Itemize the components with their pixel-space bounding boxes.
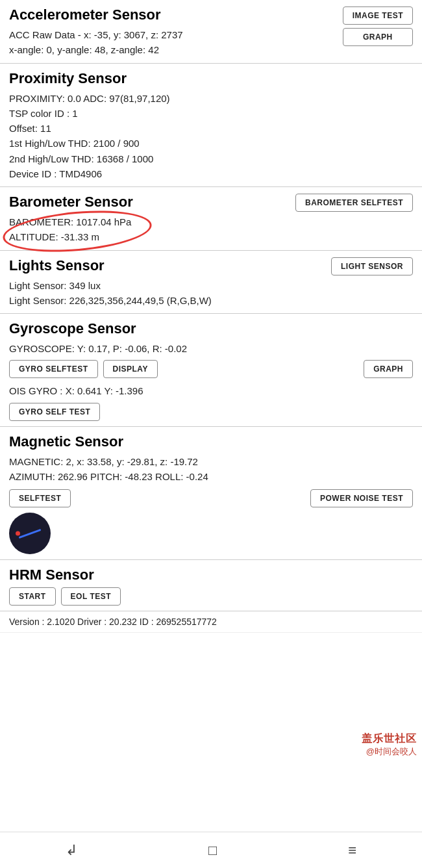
hrm-title: HRM Sensor	[9, 567, 413, 583]
gyroscope-section: Gyroscope Sensor GYROSCOPE: Y: 0.17, P: …	[0, 314, 422, 427]
accelerometer-data-line1: ACC Raw Data - x: -35, y: 3067, z: 2737	[9, 27, 183, 42]
accelerometer-buttons: IMAGE TEST GRAPH	[343, 6, 413, 46]
lights-section: Lights Sensor Light Sensor: 349 lux Ligh…	[0, 251, 422, 314]
accelerometer-title: Accelerometer Sensor	[9, 6, 183, 23]
accelerometer-section: Accelerometer Sensor ACC Raw Data - x: -…	[0, 0, 422, 64]
proximity-line6: Device ID : TMD4906	[9, 166, 413, 181]
magnetic-title: Magnetic Sensor	[9, 433, 413, 450]
version-text: Version : 2.1020 Driver : 20.232 ID : 26…	[9, 617, 217, 627]
gyro-selftest-button[interactable]: GYRO SELFTEST	[9, 360, 98, 378]
recent-apps-icon[interactable]: ≡	[348, 842, 356, 859]
magnetic-line1: MAGNETIC: 2, x: 33.58, y: -29.81, z: -19…	[9, 454, 413, 469]
compass-dot	[16, 531, 20, 536]
barometer-section: Barometer Sensor BAROMETER: 1017.04 hPa …	[0, 187, 422, 251]
accelerometer-graph-button[interactable]: GRAPH	[343, 28, 413, 46]
gyroscope-line1: GYROSCOPE: Y: 0.17, P: -0.06, R: -0.02	[9, 341, 187, 356]
lights-title: Lights Sensor	[9, 257, 212, 274]
barometer-line2: ALTITUDE: -31.33 m	[9, 229, 133, 244]
proximity-title: Proximity Sensor	[9, 70, 413, 87]
compass-needle	[19, 528, 42, 538]
hrm-section: HRM Sensor START EOL TEST	[0, 560, 422, 611]
home-icon[interactable]: □	[208, 842, 217, 859]
gyroscope-buttons-row2: GYRO SELF TEST	[9, 403, 413, 421]
version-bar: Version : 2.1020 Driver : 20.232 ID : 26…	[0, 611, 422, 633]
hrm-eol-button[interactable]: EOL TEST	[61, 587, 121, 606]
power-noise-test-button[interactable]: POWER NOISE TEST	[310, 489, 413, 507]
magnetic-section: Magnetic Sensor MAGNETIC: 2, x: 33.58, y…	[0, 427, 422, 561]
barometer-buttons: BAROMETER SELFTEST	[295, 194, 413, 212]
proximity-line2: TSP color ID : 1	[9, 106, 413, 121]
gyro-self-test-button[interactable]: GYRO SELF TEST	[9, 403, 100, 421]
barometer-selftest-button[interactable]: BAROMETER SELFTEST	[295, 194, 413, 212]
watermark-line2: @时间会咬人	[362, 746, 417, 758]
image-test-button[interactable]: IMAGE TEST	[343, 6, 413, 25]
proximity-line3: Offset: 11	[9, 121, 413, 136]
hrm-start-button[interactable]: START	[9, 587, 56, 606]
lights-buttons: LIGHT SENSOR	[331, 257, 413, 275]
magnetic-selftest-button[interactable]: SELFTEST	[9, 489, 71, 507]
accelerometer-data-line2: x-angle: 0, y-angle: 48, z-angle: 42	[9, 42, 183, 57]
watermark-line1: 盖乐世社区	[362, 732, 417, 746]
proximity-line5: 2nd High/Low THD: 16368 / 1000	[9, 151, 413, 166]
lights-line2: Light Sensor: 226,325,356,244,49,5 (R,G,…	[9, 293, 212, 308]
proximity-line4: 1st High/Low THD: 2100 / 900	[9, 136, 413, 151]
gyroscope-line2: OIS GYRO : X: 0.641 Y: -1.396	[9, 383, 413, 398]
light-sensor-button[interactable]: LIGHT SENSOR	[331, 257, 413, 275]
barometer-title: Barometer Sensor	[9, 194, 133, 211]
barometer-line1: BAROMETER: 1017.04 hPa	[9, 214, 133, 229]
gyroscope-title: Gyroscope Sensor	[9, 320, 413, 337]
magnetic-line2: AZIMUTH: 262.96 PITCH: -48.23 ROLL: -0.2…	[9, 469, 413, 484]
lights-line1: Light Sensor: 349 lux	[9, 278, 212, 293]
proximity-section: Proximity Sensor PROXIMITY: 0.0 ADC: 97(…	[0, 64, 422, 188]
gyroscope-buttons-row1: GYRO SELFTEST DISPLAY GRAPH	[9, 360, 413, 378]
proximity-line1: PROXIMITY: 0.0 ADC: 97(81,97,120)	[9, 91, 413, 106]
back-icon[interactable]: ↲	[66, 842, 77, 859]
hrm-buttons: START EOL TEST	[9, 587, 413, 606]
gyro-display-button[interactable]: DISPLAY	[103, 360, 158, 378]
bottom-nav-bar: ↲ □ ≡	[0, 832, 422, 868]
compass-widget	[9, 513, 51, 554]
watermark: 盖乐世社区 @时间会咬人	[362, 732, 417, 758]
gyro-graph-button[interactable]: GRAPH	[364, 360, 413, 378]
